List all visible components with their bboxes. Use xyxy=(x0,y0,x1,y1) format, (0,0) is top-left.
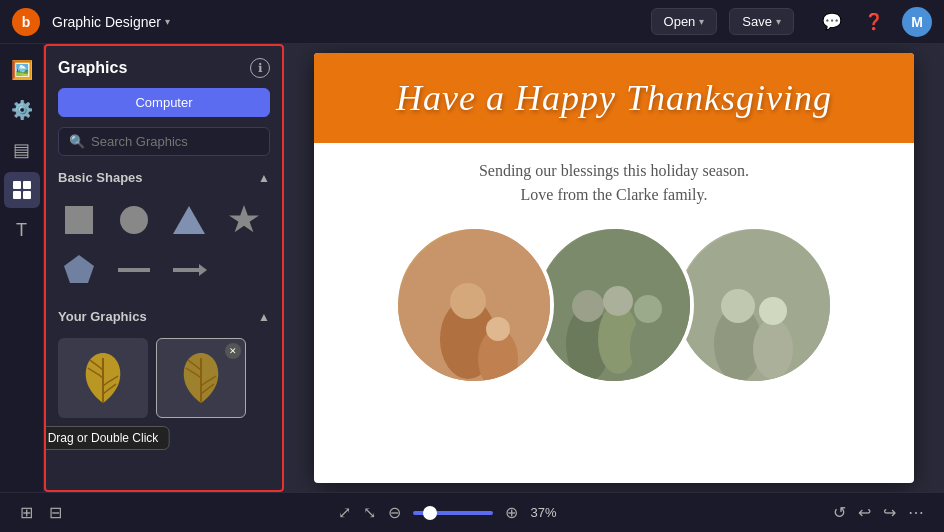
banner-right-tab xyxy=(910,53,914,143)
grid-icon[interactable]: ⊟ xyxy=(49,503,62,522)
your-graphics-title: Your Graphics xyxy=(58,309,147,324)
zoom-out-icon[interactable]: ⊖ xyxy=(388,503,401,522)
sidebar-item-text[interactable]: T xyxy=(4,212,40,248)
fit-icon[interactable]: ⤡ xyxy=(363,503,376,522)
main-area: 🖼️ ⚙️ ▤ T Graphics ℹ Computer 🔍 xyxy=(0,44,944,492)
shape-square[interactable] xyxy=(58,199,100,241)
svg-point-23 xyxy=(603,286,633,316)
user-avatar[interactable]: M xyxy=(902,7,932,37)
undo-icon[interactable]: ↩ xyxy=(858,503,871,522)
svg-point-24 xyxy=(630,317,666,377)
shapes-grid xyxy=(58,195,270,295)
graphics-panel: Graphics ℹ Computer 🔍 Basic Shapes ▲ xyxy=(44,44,284,492)
topbar-icons: 💬 ❓ M xyxy=(818,7,932,37)
svg-rect-4 xyxy=(65,206,93,234)
zoom-slider[interactable] xyxy=(413,511,493,515)
shape-pentagon[interactable] xyxy=(58,249,100,291)
panel-title: Graphics xyxy=(58,59,127,77)
banner-text: Have a Happy Thanksgiving xyxy=(396,77,832,119)
expand-icon[interactable]: ⤢ xyxy=(338,503,351,522)
redo-icon[interactable]: ↪ xyxy=(883,503,896,522)
canvas-subtitle: Sending our blessings this holiday seaso… xyxy=(314,143,914,215)
panel-tabs: Computer xyxy=(58,88,270,117)
canvas-photos xyxy=(314,215,914,395)
app-name-label: Graphic Designer xyxy=(52,14,161,30)
svg-point-21 xyxy=(572,290,604,322)
save-button[interactable]: Save ▾ xyxy=(729,8,794,35)
svg-point-30 xyxy=(759,297,787,325)
svg-point-5 xyxy=(120,206,148,234)
zoom-percent: 37% xyxy=(530,505,556,520)
shape-arrow[interactable] xyxy=(168,249,210,291)
shape-triangle[interactable] xyxy=(168,199,210,241)
photo-circle-3 xyxy=(674,225,834,385)
sidebar-item-adjust[interactable]: ⚙️ xyxy=(4,92,40,128)
basic-shapes-title: Basic Shapes xyxy=(58,170,143,185)
graphic-item-1[interactable]: Drag or Double Click xyxy=(58,338,148,418)
svg-point-16 xyxy=(450,283,486,319)
bottombar-left: ⊞ ⊟ xyxy=(20,503,62,522)
shape-line[interactable] xyxy=(113,249,155,291)
app-name-dropdown[interactable]: Graphic Designer ▾ xyxy=(52,14,170,30)
app-chevron-icon: ▾ xyxy=(165,16,170,27)
your-graphics-header: Your Graphics ▲ xyxy=(58,309,270,324)
graphic-item-2[interactable]: ✕ xyxy=(156,338,246,418)
more-icon[interactable]: ⋯ xyxy=(908,503,924,522)
iconbar: 🖼️ ⚙️ ▤ T xyxy=(0,44,44,492)
svg-point-28 xyxy=(721,289,755,323)
topbar: b Graphic Designer ▾ Open ▾ Save ▾ 💬 ❓ M xyxy=(0,0,944,44)
canvas-banner: Have a Happy Thanksgiving xyxy=(314,53,914,143)
layers-icon[interactable]: ⊞ xyxy=(20,503,33,522)
svg-point-29 xyxy=(753,319,793,379)
save-label: Save xyxy=(742,14,772,29)
panel-header: Graphics ℹ xyxy=(58,58,270,78)
search-icon: 🔍 xyxy=(69,134,85,149)
open-button[interactable]: Open ▾ xyxy=(651,8,718,35)
sidebar-item-graphics[interactable] xyxy=(4,172,40,208)
drag-tooltip: Drag or Double Click xyxy=(44,426,169,450)
svg-marker-7 xyxy=(229,205,259,232)
your-graphics-toggle[interactable]: ▲ xyxy=(258,310,270,324)
svg-rect-3 xyxy=(23,191,31,199)
svg-marker-11 xyxy=(199,264,207,276)
remove-graphic-button[interactable]: ✕ xyxy=(225,343,241,359)
subtitle-line1: Sending our blessings this holiday seaso… xyxy=(354,159,874,183)
comment-icon[interactable]: 💬 xyxy=(818,8,846,36)
bottombar-center: ⤢ ⤡ ⊖ ⊕ 37% xyxy=(338,503,556,522)
search-input[interactable] xyxy=(91,134,259,149)
svg-rect-1 xyxy=(23,181,31,189)
shape-circle[interactable] xyxy=(113,199,155,241)
open-chevron-icon: ▾ xyxy=(699,16,704,27)
sidebar-item-layers[interactable]: ▤ xyxy=(4,132,40,168)
subtitle-line2: Love from the Clarke family. xyxy=(354,183,874,207)
help-icon[interactable]: ❓ xyxy=(860,8,888,36)
canvas-area: Have a Happy Thanksgiving Sending our bl… xyxy=(284,44,944,492)
svg-marker-8 xyxy=(64,255,94,283)
svg-rect-0 xyxy=(13,181,21,189)
info-icon[interactable]: ℹ xyxy=(250,58,270,78)
basic-shapes-header: Basic Shapes ▲ xyxy=(58,170,270,185)
svg-marker-6 xyxy=(173,206,205,234)
basic-shapes-toggle[interactable]: ▲ xyxy=(258,171,270,185)
app-logo: b xyxy=(12,8,40,36)
open-label: Open xyxy=(664,14,696,29)
save-chevron-icon: ▾ xyxy=(776,16,781,27)
bottombar-right: ↺ ↩ ↪ ⋯ xyxy=(833,503,924,522)
photo-circle-2 xyxy=(534,225,694,385)
shape-star[interactable] xyxy=(223,199,265,241)
photo-circle-1 xyxy=(394,225,554,385)
svg-rect-2 xyxy=(13,191,21,199)
zoom-in-icon[interactable]: ⊕ xyxy=(505,503,518,522)
your-graphics-row: Drag or Double Click ✕ xyxy=(58,338,270,418)
history-back-icon[interactable]: ↺ xyxy=(833,503,846,522)
bottombar: ⊞ ⊟ ⤢ ⤡ ⊖ ⊕ 37% ↺ ↩ ↪ ⋯ xyxy=(0,492,944,532)
sidebar-item-image[interactable]: 🖼️ xyxy=(4,52,40,88)
banner-left-tab xyxy=(314,53,318,143)
svg-point-18 xyxy=(486,317,510,341)
svg-point-25 xyxy=(634,295,662,323)
tab-computer[interactable]: Computer xyxy=(58,88,270,117)
search-bar[interactable]: 🔍 xyxy=(58,127,270,156)
canvas: Have a Happy Thanksgiving Sending our bl… xyxy=(314,53,914,483)
